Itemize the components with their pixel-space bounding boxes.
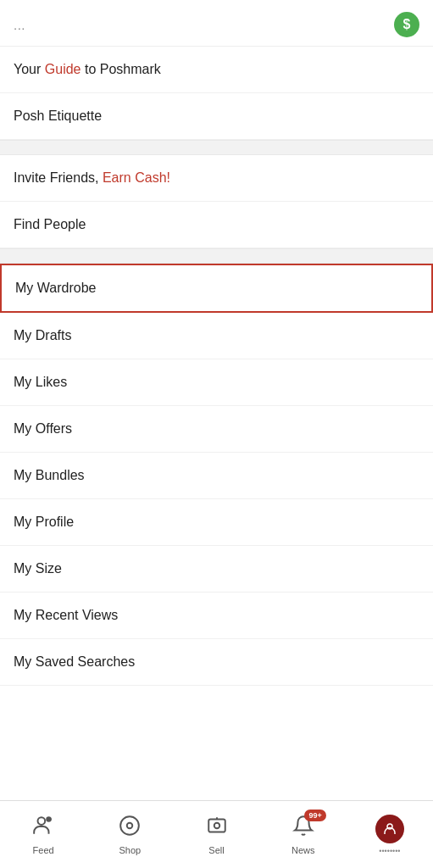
menu-item-my-recent-views[interactable]: My Recent Views [0,593,433,639]
news-badge: 99+ [304,810,325,821]
nav-item-profile[interactable]: •••••••• [347,815,433,855]
menu-item-my-size-text: My Size [14,561,62,576]
menu-item-my-profile-text: My Profile [14,515,74,530]
menu-item-etiquette-text: Posh Etiquette [14,108,102,124]
menu-item-my-wardrobe-text: My Wardrobe [15,281,96,296]
svg-point-3 [120,816,139,835]
nav-item-sell[interactable]: Sell [173,815,259,855]
menu-item-my-saved-searches[interactable]: My Saved Searches [0,639,433,686]
nav-item-news[interactable]: 99+ News [260,815,347,855]
sell-icon [206,815,228,842]
menu-item-my-saved-searches-text: My Saved Searches [14,654,135,670]
shop-icon [119,815,141,842]
menu-item-find-people[interactable]: Find People [0,202,433,248]
main-content: Your Guide to Poshmark Posh Etiquette In… [0,47,433,754]
menu-item-guide-text: Your Guide to Poshmark [14,62,161,77]
bottom-nav: Feed Shop Sell 99+ [0,800,433,868]
section-divider-2 [0,248,433,264]
menu-item-etiquette[interactable]: Posh Etiquette [0,93,433,140]
nav-shop-label: Shop [119,845,141,855]
menu-item-my-drafts-text: My Drafts [14,328,71,343]
menu-item-my-wardrobe[interactable]: My Wardrobe [0,264,433,313]
news-icon: 99+ [292,815,314,842]
menu-item-find-people-text: Find People [14,217,86,232]
menu-item-my-profile[interactable]: My Profile [0,499,433,546]
menu-item-my-size[interactable]: My Size [0,546,433,593]
nav-item-feed[interactable]: Feed [0,815,86,855]
nav-news-label: News [291,845,315,855]
dollar-icon: $ [403,17,411,32]
nav-feed-label: Feed [33,845,54,855]
profile-icon [375,815,404,843]
nav-item-shop[interactable]: Shop [86,815,173,855]
menu-item-my-likes[interactable]: My Likes [0,359,433,406]
svg-rect-5 [208,819,225,832]
menu-item-invite-text: Invite Friends, Earn Cash! [14,170,170,186]
menu-item-my-likes-text: My Likes [14,375,67,390]
menu-item-my-offers[interactable]: My Offers [0,406,433,453]
menu-item-my-offers-text: My Offers [14,421,72,437]
header: ... $ [0,0,433,47]
menu-item-guide[interactable]: Your Guide to Poshmark [0,47,433,93]
menu-item-my-bundles[interactable]: My Bundles [0,453,433,499]
header-username: ... [14,18,25,32]
menu-item-my-bundles-text: My Bundles [14,468,85,483]
feed-icon [32,815,54,842]
svg-point-4 [127,822,133,828]
section-divider-1 [0,140,433,155]
svg-point-0 [38,817,46,825]
dollar-badge[interactable]: $ [394,12,419,37]
menu-item-invite[interactable]: Invite Friends, Earn Cash! [0,155,433,202]
svg-point-6 [214,822,219,828]
menu-item-my-recent-views-text: My Recent Views [14,608,118,623]
menu-item-my-drafts[interactable]: My Drafts [0,313,433,359]
nav-sell-label: Sell [208,845,224,855]
nav-profile-label: •••••••• [379,847,400,855]
